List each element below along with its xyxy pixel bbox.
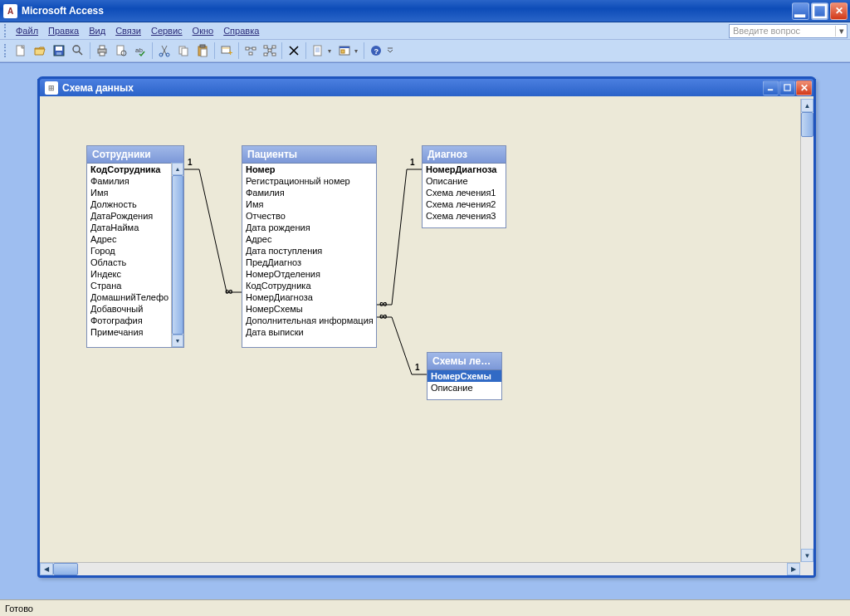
menu-file[interactable]: Файл [11,24,43,37]
tb-print-icon[interactable] [93,42,111,60]
field-row[interactable]: Описание [423,175,506,187]
svg-text:?: ? [374,47,379,56]
field-row[interactable]: КодСотрудника [87,164,171,175]
field-row[interactable]: НомерДиагноза [242,291,376,303]
relationships-canvas[interactable]: СотрудникиКодСотрудникаФамилияИмяДолжнос… [40,99,800,562]
tb-report-icon[interactable] [309,42,327,60]
vscroll-thumb[interactable] [801,112,813,137]
svg-rect-0 [794,14,805,17]
menu-help[interactable]: Справка [218,24,264,37]
field-row[interactable]: НомерДиагноза [423,164,506,175]
field-row[interactable]: Примечания [87,326,171,338]
field-row[interactable]: Описание [427,382,501,394]
menu-view[interactable]: Вид [84,24,110,37]
field-row[interactable]: ДатаРождения [87,210,171,222]
table-sotrudniki[interactable]: СотрудникиКодСотрудникаФамилияИмяДолжнос… [86,145,184,348]
field-row[interactable]: Дата рождения [242,222,376,233]
tb-copy-icon[interactable] [174,42,193,60]
field-row[interactable]: ПредДиагноз [242,257,376,268]
field-row[interactable]: НомерСхемы [242,303,376,315]
field-row[interactable]: Дополнительная информация [242,315,376,326]
field-row[interactable]: ДатаНайма [87,222,171,233]
field-row[interactable]: Город [87,245,171,257]
tb-cut-icon[interactable] [155,42,173,60]
vertical-scrollbar[interactable]: ▲ ▼ [800,99,813,562]
tb-database-window-icon[interactable] [335,42,354,60]
child-maximize-button[interactable] [779,81,795,95]
tb-open-icon[interactable] [31,42,49,60]
scroll-up-icon[interactable]: ▲ [172,163,183,175]
help-dropdown-icon[interactable]: ▾ [835,26,847,37]
table-shemy[interactable]: Схемы ле…НомерСхемыОписание [427,352,502,400]
scroll-up-icon[interactable]: ▲ [801,99,813,112]
child-titlebar[interactable]: ⊞ Схема данных ✕ [37,76,816,96]
field-row[interactable]: Фамилия [87,175,171,187]
tb-spelling-icon[interactable]: ab [131,42,149,60]
svg-rect-9 [100,46,105,49]
table-header[interactable]: Пациенты [242,146,376,164]
scroll-right-icon[interactable]: ▶ [787,563,800,575]
tb-report-dropdown-icon[interactable]: ▾ [328,47,335,55]
minimize-button[interactable] [792,2,809,20]
field-row[interactable]: Адрес [242,233,376,245]
scroll-thumb[interactable] [172,175,183,335]
field-row[interactable]: Страна [87,280,171,291]
field-row[interactable]: Имя [87,187,171,198]
tb-show-direct-icon[interactable] [242,42,260,60]
tb-save-icon[interactable] [50,42,68,60]
field-row[interactable]: Добавочный [87,303,171,315]
table-scrollbar[interactable]: ▲▼ [171,163,183,347]
field-row[interactable]: Схема лечения3 [423,210,506,222]
field-row[interactable]: Индекс [87,268,171,280]
field-row[interactable]: Дата поступления [242,245,376,257]
tb-search-icon[interactable] [69,42,87,60]
table-header[interactable]: Схемы ле… [427,353,501,370]
menu-tools[interactable]: Сервис [146,24,188,37]
field-row[interactable]: Дата выписки [242,326,376,338]
maximize-button[interactable] [811,2,828,20]
help-search-box[interactable]: Введите вопрос ▾ [729,24,848,38]
field-row[interactable]: ДомашнийТелефо [87,291,171,303]
field-row[interactable]: Фотография [87,315,171,326]
menubar-grip[interactable] [4,24,7,37]
child-close-button[interactable]: ✕ [796,81,812,95]
close-button[interactable]: ✕ [830,2,848,20]
field-row[interactable]: Схема лечения1 [423,187,506,198]
hscroll-thumb[interactable] [53,563,78,575]
tb-print-preview-icon[interactable] [112,42,130,60]
field-row[interactable]: Должность [87,198,171,210]
field-row[interactable]: Область [87,257,171,268]
tb-paste-icon[interactable] [193,42,212,60]
field-row[interactable]: НомерСхемы [427,370,501,382]
menu-window[interactable]: Окно [188,24,219,37]
child-minimize-button[interactable] [763,81,779,95]
field-row[interactable]: Схема лечения2 [423,198,506,210]
tb-show-table-icon[interactable]: + [217,42,236,60]
horizontal-scrollbar[interactable]: ◀ ▶ [40,562,800,575]
field-row[interactable]: Фамилия [242,187,376,198]
field-row[interactable]: Адрес [87,233,171,245]
table-pacienty[interactable]: ПациентыНомерРегистрационный номерФамили… [242,145,377,348]
tb-new-icon[interactable] [12,42,30,60]
tb-show-all-icon[interactable] [261,42,279,60]
table-diagnoz[interactable]: ДиагнозНомерДиагнозаОписаниеСхема лечени… [422,145,506,228]
field-row[interactable]: Отчество [242,210,376,222]
toolbar-grip[interactable] [4,44,7,57]
field-row[interactable]: Регистрационный номер [242,175,376,187]
menu-relations[interactable]: Связи [110,24,146,37]
table-header[interactable]: Сотрудники [87,146,183,164]
scroll-left-icon[interactable]: ◀ [40,563,53,575]
field-row[interactable]: Номер [242,164,376,175]
scroll-corner [800,562,813,575]
field-row[interactable]: Имя [242,198,376,210]
menu-edit[interactable]: Правка [43,24,84,37]
tb-delete-icon[interactable] [285,42,303,60]
scroll-down-icon[interactable]: ▼ [801,549,813,562]
field-row[interactable]: НомерОтделения [242,268,376,280]
table-header[interactable]: Диагноз [423,146,506,164]
tb-help-icon[interactable]: ? [367,42,385,60]
field-row[interactable]: КодСотрудника [242,280,376,291]
tb-overflow-icon[interactable] [386,42,394,60]
scroll-down-icon[interactable]: ▼ [172,335,183,347]
tb-db-dropdown-icon[interactable]: ▾ [354,47,361,55]
